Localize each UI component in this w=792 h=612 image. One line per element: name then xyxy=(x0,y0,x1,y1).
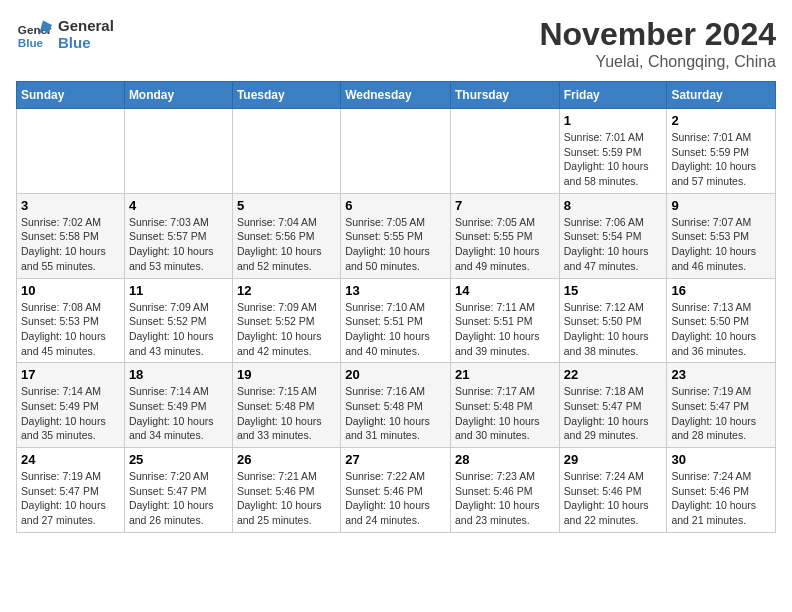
calendar-cell: 22Sunrise: 7:18 AM Sunset: 5:47 PM Dayli… xyxy=(559,363,667,448)
calendar-cell: 4Sunrise: 7:03 AM Sunset: 5:57 PM Daylig… xyxy=(124,193,232,278)
day-number: 8 xyxy=(564,198,663,213)
day-info: Sunrise: 7:23 AM Sunset: 5:46 PM Dayligh… xyxy=(455,469,555,528)
calendar-cell: 11Sunrise: 7:09 AM Sunset: 5:52 PM Dayli… xyxy=(124,278,232,363)
calendar-cell: 21Sunrise: 7:17 AM Sunset: 5:48 PM Dayli… xyxy=(450,363,559,448)
day-number: 14 xyxy=(455,283,555,298)
day-number: 24 xyxy=(21,452,120,467)
location-subtitle: Yuelai, Chongqing, China xyxy=(539,53,776,71)
calendar-week-1: 1Sunrise: 7:01 AM Sunset: 5:59 PM Daylig… xyxy=(17,109,776,194)
day-number: 29 xyxy=(564,452,663,467)
logo: General Blue General Blue xyxy=(16,16,114,52)
calendar-cell: 20Sunrise: 7:16 AM Sunset: 5:48 PM Dayli… xyxy=(341,363,451,448)
day-number: 6 xyxy=(345,198,446,213)
day-number: 20 xyxy=(345,367,446,382)
day-info: Sunrise: 7:12 AM Sunset: 5:50 PM Dayligh… xyxy=(564,300,663,359)
calendar-cell: 18Sunrise: 7:14 AM Sunset: 5:49 PM Dayli… xyxy=(124,363,232,448)
day-info: Sunrise: 7:24 AM Sunset: 5:46 PM Dayligh… xyxy=(564,469,663,528)
day-info: Sunrise: 7:22 AM Sunset: 5:46 PM Dayligh… xyxy=(345,469,446,528)
calendar-cell: 1Sunrise: 7:01 AM Sunset: 5:59 PM Daylig… xyxy=(559,109,667,194)
svg-text:Blue: Blue xyxy=(18,36,44,49)
day-info: Sunrise: 7:21 AM Sunset: 5:46 PM Dayligh… xyxy=(237,469,336,528)
day-info: Sunrise: 7:04 AM Sunset: 5:56 PM Dayligh… xyxy=(237,215,336,274)
day-info: Sunrise: 7:11 AM Sunset: 5:51 PM Dayligh… xyxy=(455,300,555,359)
day-info: Sunrise: 7:14 AM Sunset: 5:49 PM Dayligh… xyxy=(129,384,228,443)
calendar-cell: 9Sunrise: 7:07 AM Sunset: 5:53 PM Daylig… xyxy=(667,193,776,278)
day-number: 1 xyxy=(564,113,663,128)
day-number: 2 xyxy=(671,113,771,128)
title-block: November 2024 Yuelai, Chongqing, China xyxy=(539,16,776,71)
day-number: 16 xyxy=(671,283,771,298)
weekday-header-sunday: Sunday xyxy=(17,82,125,109)
calendar-cell: 8Sunrise: 7:06 AM Sunset: 5:54 PM Daylig… xyxy=(559,193,667,278)
calendar-cell: 15Sunrise: 7:12 AM Sunset: 5:50 PM Dayli… xyxy=(559,278,667,363)
day-number: 11 xyxy=(129,283,228,298)
day-info: Sunrise: 7:07 AM Sunset: 5:53 PM Dayligh… xyxy=(671,215,771,274)
day-number: 23 xyxy=(671,367,771,382)
day-info: Sunrise: 7:05 AM Sunset: 5:55 PM Dayligh… xyxy=(345,215,446,274)
day-info: Sunrise: 7:20 AM Sunset: 5:47 PM Dayligh… xyxy=(129,469,228,528)
day-info: Sunrise: 7:13 AM Sunset: 5:50 PM Dayligh… xyxy=(671,300,771,359)
calendar-cell: 3Sunrise: 7:02 AM Sunset: 5:58 PM Daylig… xyxy=(17,193,125,278)
day-number: 9 xyxy=(671,198,771,213)
calendar-cell: 24Sunrise: 7:19 AM Sunset: 5:47 PM Dayli… xyxy=(17,448,125,533)
day-number: 25 xyxy=(129,452,228,467)
day-number: 3 xyxy=(21,198,120,213)
weekday-header-monday: Monday xyxy=(124,82,232,109)
calendar-cell: 5Sunrise: 7:04 AM Sunset: 5:56 PM Daylig… xyxy=(232,193,340,278)
weekday-header-friday: Friday xyxy=(559,82,667,109)
logo-line2: Blue xyxy=(58,34,114,51)
calendar-week-4: 17Sunrise: 7:14 AM Sunset: 5:49 PM Dayli… xyxy=(17,363,776,448)
day-number: 28 xyxy=(455,452,555,467)
day-info: Sunrise: 7:08 AM Sunset: 5:53 PM Dayligh… xyxy=(21,300,120,359)
day-number: 7 xyxy=(455,198,555,213)
calendar-cell: 2Sunrise: 7:01 AM Sunset: 5:59 PM Daylig… xyxy=(667,109,776,194)
day-info: Sunrise: 7:19 AM Sunset: 5:47 PM Dayligh… xyxy=(21,469,120,528)
calendar-cell: 14Sunrise: 7:11 AM Sunset: 5:51 PM Dayli… xyxy=(450,278,559,363)
day-info: Sunrise: 7:15 AM Sunset: 5:48 PM Dayligh… xyxy=(237,384,336,443)
calendar-cell: 17Sunrise: 7:14 AM Sunset: 5:49 PM Dayli… xyxy=(17,363,125,448)
day-info: Sunrise: 7:09 AM Sunset: 5:52 PM Dayligh… xyxy=(237,300,336,359)
day-number: 13 xyxy=(345,283,446,298)
day-number: 18 xyxy=(129,367,228,382)
day-number: 4 xyxy=(129,198,228,213)
calendar-cell: 6Sunrise: 7:05 AM Sunset: 5:55 PM Daylig… xyxy=(341,193,451,278)
day-info: Sunrise: 7:18 AM Sunset: 5:47 PM Dayligh… xyxy=(564,384,663,443)
day-number: 21 xyxy=(455,367,555,382)
day-info: Sunrise: 7:14 AM Sunset: 5:49 PM Dayligh… xyxy=(21,384,120,443)
day-info: Sunrise: 7:16 AM Sunset: 5:48 PM Dayligh… xyxy=(345,384,446,443)
day-number: 15 xyxy=(564,283,663,298)
day-number: 12 xyxy=(237,283,336,298)
calendar-cell: 19Sunrise: 7:15 AM Sunset: 5:48 PM Dayli… xyxy=(232,363,340,448)
calendar-week-2: 3Sunrise: 7:02 AM Sunset: 5:58 PM Daylig… xyxy=(17,193,776,278)
calendar-cell xyxy=(341,109,451,194)
calendar-cell: 27Sunrise: 7:22 AM Sunset: 5:46 PM Dayli… xyxy=(341,448,451,533)
logo-line1: General xyxy=(58,17,114,34)
calendar-cell: 23Sunrise: 7:19 AM Sunset: 5:47 PM Dayli… xyxy=(667,363,776,448)
day-number: 27 xyxy=(345,452,446,467)
day-info: Sunrise: 7:01 AM Sunset: 5:59 PM Dayligh… xyxy=(564,130,663,189)
day-info: Sunrise: 7:17 AM Sunset: 5:48 PM Dayligh… xyxy=(455,384,555,443)
calendar-cell: 12Sunrise: 7:09 AM Sunset: 5:52 PM Dayli… xyxy=(232,278,340,363)
calendar-table: SundayMondayTuesdayWednesdayThursdayFrid… xyxy=(16,81,776,533)
month-year-title: November 2024 xyxy=(539,16,776,53)
day-number: 19 xyxy=(237,367,336,382)
page-header: General Blue General Blue November 2024 … xyxy=(16,16,776,71)
logo-icon: General Blue xyxy=(16,16,52,52)
day-number: 26 xyxy=(237,452,336,467)
day-info: Sunrise: 7:09 AM Sunset: 5:52 PM Dayligh… xyxy=(129,300,228,359)
calendar-week-5: 24Sunrise: 7:19 AM Sunset: 5:47 PM Dayli… xyxy=(17,448,776,533)
calendar-cell xyxy=(232,109,340,194)
weekday-header-saturday: Saturday xyxy=(667,82,776,109)
calendar-cell xyxy=(124,109,232,194)
weekday-header-wednesday: Wednesday xyxy=(341,82,451,109)
day-info: Sunrise: 7:01 AM Sunset: 5:59 PM Dayligh… xyxy=(671,130,771,189)
weekday-header-row: SundayMondayTuesdayWednesdayThursdayFrid… xyxy=(17,82,776,109)
calendar-cell: 25Sunrise: 7:20 AM Sunset: 5:47 PM Dayli… xyxy=(124,448,232,533)
day-number: 22 xyxy=(564,367,663,382)
day-number: 10 xyxy=(21,283,120,298)
day-number: 17 xyxy=(21,367,120,382)
calendar-cell: 26Sunrise: 7:21 AM Sunset: 5:46 PM Dayli… xyxy=(232,448,340,533)
day-info: Sunrise: 7:19 AM Sunset: 5:47 PM Dayligh… xyxy=(671,384,771,443)
calendar-cell: 7Sunrise: 7:05 AM Sunset: 5:55 PM Daylig… xyxy=(450,193,559,278)
calendar-cell: 10Sunrise: 7:08 AM Sunset: 5:53 PM Dayli… xyxy=(17,278,125,363)
